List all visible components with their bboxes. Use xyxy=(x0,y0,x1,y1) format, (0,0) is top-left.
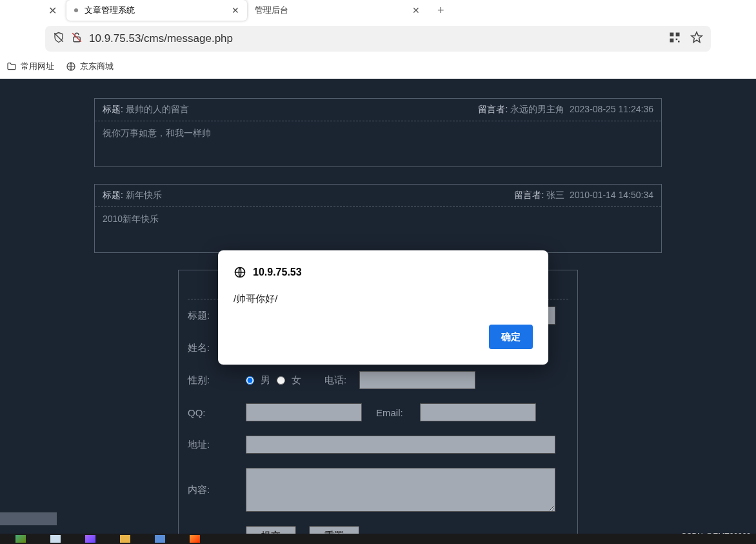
taskbar-app-icon[interactable] xyxy=(120,535,130,543)
bookmark-label: 京东商城 xyxy=(80,61,114,72)
bookmark-frequent[interactable]: 常用网址 xyxy=(6,61,54,72)
label-gender: 性别: xyxy=(188,374,246,387)
msg-datetime: 2023-08-25 11:24:36 xyxy=(570,104,653,114)
taskbar-app-icon[interactable] xyxy=(50,535,61,543)
address-input[interactable] xyxy=(246,436,555,454)
taskbar-app-icon[interactable] xyxy=(190,535,200,543)
msg-body: 祝你万事如意，和我一样帅 xyxy=(95,121,661,166)
selection-highlight xyxy=(0,512,57,525)
msg-datetime: 2010-01-14 14:50:34 xyxy=(570,190,653,200)
msg-title: 新年快乐 xyxy=(126,190,162,200)
favicon-placeholder-icon xyxy=(74,8,78,12)
url-text[interactable]: 10.9.75.53/cms/message.php xyxy=(89,32,662,45)
label-qq: QQ: xyxy=(188,407,246,418)
tab-article-system[interactable]: 文章管理系统 ✕ xyxy=(66,0,247,21)
browser-chrome: ✕ 文章管理系统 ✕ 管理后台 ✕ + 10.9.75.53/cms/messa… xyxy=(0,0,756,79)
taskbar-app-icon[interactable] xyxy=(15,535,26,543)
gender-female-label: 女 xyxy=(292,374,301,387)
label-email: Email: xyxy=(362,407,420,418)
close-prev-icon[interactable]: ✕ xyxy=(39,5,66,17)
phone-input[interactable] xyxy=(359,371,475,389)
page-content: 标题: 最帅的人的留言 留言者: 永远的男主角 2023-08-25 11:24… xyxy=(0,79,756,543)
message-card: 标题: 最帅的人的留言 留言者: 永远的男主角 2023-08-25 11:24… xyxy=(94,98,662,167)
gender-female-radio[interactable] xyxy=(277,376,285,385)
msg-author: 张三 xyxy=(546,190,564,200)
qr-code-icon[interactable] xyxy=(668,31,681,46)
msg-author: 永远的男主角 xyxy=(510,104,564,114)
msg-body: 2010新年快乐 xyxy=(95,207,661,252)
svg-rect-7 xyxy=(678,41,680,43)
author-label: 留言者: xyxy=(478,104,508,114)
new-tab-button[interactable]: + xyxy=(428,4,454,17)
message-card: 标题: 新年快乐 留言者: 张三 2010-01-14 14:50:34 201… xyxy=(94,184,662,253)
bookmark-label: 常用网址 xyxy=(21,61,54,72)
close-tab-icon[interactable]: ✕ xyxy=(232,5,239,15)
bookmarks-bar: 常用网址 京东商城 xyxy=(0,57,756,79)
msg-title: 最帅的人的留言 xyxy=(126,104,189,114)
url-bar-row: 10.9.75.53/cms/message.php xyxy=(0,21,756,57)
alert-ok-button[interactable]: 确定 xyxy=(489,325,533,349)
label-address: 地址: xyxy=(188,439,246,451)
tab-title: 文章管理系统 xyxy=(85,5,135,16)
globe-icon xyxy=(66,61,76,72)
taskbar-app-icon[interactable] xyxy=(155,535,165,543)
svg-rect-6 xyxy=(676,39,678,41)
star-icon[interactable] xyxy=(690,31,703,46)
alert-host: 10.9.75.53 xyxy=(253,267,302,278)
title-label: 标题: xyxy=(103,190,123,200)
alert-message: /帅哥你好/ xyxy=(234,279,533,325)
email-input[interactable] xyxy=(420,403,536,421)
author-label: 留言者: xyxy=(514,190,544,200)
svg-rect-4 xyxy=(676,33,680,37)
taskbar xyxy=(0,534,756,544)
message-list: 标题: 最帅的人的留言 留言者: 永远的男主角 2023-08-25 11:24… xyxy=(94,98,662,253)
tab-title: 管理后台 xyxy=(255,5,288,16)
content-textarea[interactable] xyxy=(246,468,555,512)
tab-bar: ✕ 文章管理系统 ✕ 管理后台 ✕ + xyxy=(0,0,756,21)
tab-admin-backend[interactable]: 管理后台 ✕ xyxy=(247,0,428,21)
gender-male-radio[interactable] xyxy=(246,376,254,385)
url-bar[interactable]: 10.9.75.53/cms/message.php xyxy=(45,26,711,52)
label-content: 内容: xyxy=(188,484,246,496)
title-label: 标题: xyxy=(103,104,123,114)
svg-rect-3 xyxy=(670,33,674,37)
lock-off-icon[interactable] xyxy=(71,32,83,46)
gender-male-label: 男 xyxy=(261,374,270,387)
svg-rect-5 xyxy=(670,39,674,43)
qq-input[interactable] xyxy=(246,403,362,421)
alert-dialog: 10.9.75.53 /帅哥你好/ 确定 xyxy=(218,250,548,365)
close-tab-icon[interactable]: ✕ xyxy=(412,5,420,15)
taskbar-app-icon[interactable] xyxy=(85,535,95,543)
folder-icon xyxy=(6,61,17,72)
globe-icon xyxy=(234,266,246,279)
bookmark-jd[interactable]: 京东商城 xyxy=(66,61,114,72)
shield-off-icon[interactable] xyxy=(53,32,65,46)
label-phone: 电话: xyxy=(301,374,359,387)
